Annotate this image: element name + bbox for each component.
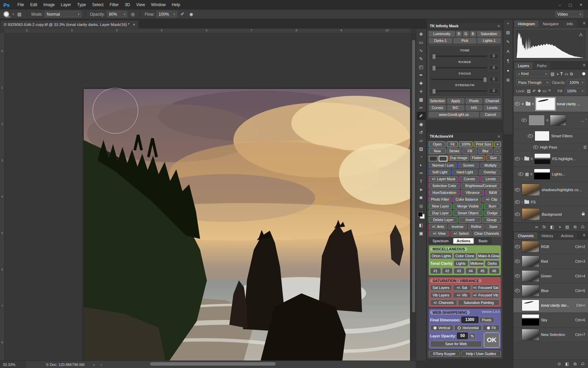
lock-artboard-icon[interactable]: ▭ bbox=[543, 89, 546, 93]
tk-tab-spectrum[interactable]: Spectrum bbox=[429, 238, 452, 244]
collapsed-panel-paragraph-icon[interactable]: ¶ bbox=[507, 59, 509, 63]
tk-pick-button[interactable]: Pick bbox=[453, 38, 477, 44]
menu-edit[interactable]: Edit bbox=[27, 2, 40, 7]
tk-view-button[interactable]: +/- View bbox=[429, 231, 450, 236]
layer-opacity-field[interactable]: 50 bbox=[457, 333, 468, 339]
tk-selection-button[interactable]: Selection bbox=[429, 98, 446, 104]
layer-name[interactable]: FS bbox=[531, 200, 536, 204]
tk-sat-button[interactable]: +/- Sat bbox=[453, 285, 471, 291]
filter-adjustment-icon[interactable]: ◑ bbox=[556, 72, 558, 76]
layer-mask-thumbnail[interactable] bbox=[534, 169, 550, 180]
filter-smart-object-icon[interactable]: ⧉ bbox=[570, 72, 573, 76]
focus-slider[interactable] bbox=[431, 79, 487, 80]
canvas-photo[interactable] bbox=[84, 89, 410, 361]
filter-image-icon[interactable]: ▨ bbox=[551, 72, 554, 76]
menu-select[interactable]: Select bbox=[89, 2, 107, 7]
layer-mask-thumbnail[interactable] bbox=[534, 153, 551, 164]
tk-saturation-button[interactable]: Saturation bbox=[477, 31, 501, 37]
lock-pixels-icon[interactable]: ✐ bbox=[533, 89, 536, 93]
lock-position-icon[interactable]: ✥ bbox=[538, 89, 541, 93]
collapsed-panel-swatches-icon[interactable]: ● bbox=[507, 68, 509, 73]
tk-smart-object-button[interactable]: Smart Object bbox=[453, 210, 483, 216]
tk-refine-button[interactable]: Refine bbox=[468, 224, 485, 230]
tk-make-it-glow-button[interactable]: Make-It-Glow bbox=[477, 253, 500, 259]
toggle-brush-panel-icon[interactable]: ▧ bbox=[16, 12, 23, 17]
tab-info[interactable]: Info bbox=[563, 20, 576, 27]
foreground-background-swatches[interactable] bbox=[418, 212, 425, 219]
channel-name[interactable]: Green bbox=[541, 274, 552, 278]
layer-filter-kind-dropdown[interactable]: ⌕ Kind▾ bbox=[516, 71, 549, 77]
tk-darks1-button[interactable]: Darks-1 bbox=[429, 38, 452, 44]
menu-3d[interactable]: 3D bbox=[122, 2, 133, 7]
blend-mode-dropdown[interactable]: Normal▾ bbox=[45, 11, 81, 17]
layer-row[interactable]: 8 ... ˆ bbox=[513, 112, 588, 129]
link-layers-icon[interactable]: ∞ bbox=[535, 225, 538, 229]
tk-tc-darks-button[interactable]: Darks bbox=[485, 260, 500, 266]
channel-row[interactable]: tonal clarity dar... Ctrl+\ bbox=[513, 298, 588, 313]
visibility-eye-icon[interactable] bbox=[533, 145, 538, 149]
tk-cancel-button[interactable]: Cancel bbox=[480, 112, 501, 118]
brush-preset-chevron-icon[interactable]: ▾ bbox=[12, 13, 14, 16]
collapsed-panel-character-icon[interactable]: A bbox=[507, 49, 509, 54]
tk-ants-button[interactable]: +/- Ants bbox=[429, 224, 447, 230]
minimize-button[interactable]: – bbox=[559, 3, 561, 7]
tk-adj-levels-button[interactable]: Levels bbox=[480, 176, 501, 182]
tk-color-swatch-light[interactable] bbox=[439, 156, 447, 162]
tk-luminosity-button[interactable]: Luminosity bbox=[429, 31, 455, 37]
tk-preset4-button[interactable]: #4 bbox=[466, 268, 476, 274]
menu-help[interactable]: Help bbox=[169, 2, 183, 7]
channel-name[interactable]: tonal clarity dar... bbox=[541, 303, 569, 307]
mask-link-icon[interactable]: 8 bbox=[532, 102, 534, 106]
tk-hue-saturation-button[interactable]: Hue/Saturation bbox=[429, 190, 460, 196]
tk-tab-basic[interactable]: Basic bbox=[475, 238, 491, 244]
tk-dup-image-button[interactable]: Dup Image bbox=[448, 155, 469, 161]
close-button[interactable]: ✕ bbox=[579, 3, 583, 7]
tk-channels-button[interactable]: +/- Channels bbox=[430, 300, 457, 306]
layer-row[interactable]: › 8 FG highlight... bbox=[513, 151, 588, 167]
tk-tab-actions[interactable]: Actions bbox=[453, 238, 474, 244]
layer-name[interactable]: shadows/highlights co... bbox=[542, 188, 582, 192]
tk-sat-layers-button[interactable]: Sat Layers bbox=[430, 285, 452, 291]
quick-selection-tool[interactable]: ✎ bbox=[417, 55, 426, 63]
tk-blue-button[interactable]: B bbox=[470, 31, 476, 37]
tk-group-button[interactable]: Group bbox=[482, 217, 501, 223]
layer-thumbnail[interactable] bbox=[522, 184, 540, 196]
visibility-eye-icon[interactable] bbox=[515, 213, 520, 216]
tk-vib-layers-button[interactable]: Vib Layers bbox=[430, 292, 452, 298]
tk-save-button[interactable]: Save bbox=[486, 224, 501, 230]
channel-name[interactable]: New Selection bbox=[541, 333, 565, 337]
visibility-eye-icon[interactable] bbox=[515, 274, 520, 278]
tk-delete-layer-button[interactable]: Delete Layer bbox=[429, 217, 458, 223]
opacity-dropdown[interactable]: 80%▾ bbox=[107, 11, 127, 17]
canvas-area[interactable]: 234 567 8910 012 345 678 bbox=[0, 29, 416, 361]
tab-close-icon[interactable]: × bbox=[133, 22, 135, 27]
eyedropper-tool[interactable]: ✒ bbox=[417, 71, 426, 79]
tk-stroke-button[interactable]: Stroke bbox=[447, 148, 461, 154]
tk-size-button[interactable]: Size bbox=[486, 155, 501, 161]
menu-layer[interactable]: Layer bbox=[58, 2, 74, 7]
flow-dropdown[interactable]: 100%▾ bbox=[157, 11, 177, 17]
panel-menu-icon[interactable]: ≡ bbox=[583, 21, 585, 26]
document-tab[interactable]: © 9329062-Edit-2 copy.tif @ 33.3% (tonal… bbox=[0, 20, 139, 29]
tk-preset5-button[interactable]: #5 bbox=[477, 268, 488, 274]
vertical-scrollbar[interactable] bbox=[411, 33, 415, 357]
layer-name[interactable]: High Pass bbox=[540, 145, 557, 149]
channel-name[interactable]: Blue bbox=[541, 289, 549, 293]
tk-clip-button[interactable]: +/- Clip bbox=[482, 197, 501, 202]
tk-normal-lum-button[interactable]: Normal / Lum bbox=[429, 163, 457, 168]
focus-value[interactable]: 0 bbox=[489, 77, 499, 82]
tk-100pct-button[interactable]: 100% bbox=[459, 141, 473, 147]
lock-transparent-icon[interactable]: ▨ bbox=[527, 89, 530, 93]
tk-invert-button[interactable]: Invert bbox=[459, 217, 481, 223]
mask-link-icon[interactable]: 8 bbox=[531, 157, 533, 160]
quick-mask-icon[interactable]: ◧ bbox=[417, 221, 426, 229]
status-arrow-right-icon[interactable]: › bbox=[93, 363, 95, 367]
tk-merge-visible-button[interactable]: Merge Visible bbox=[453, 203, 483, 209]
channel-row[interactable]: Green Ctrl+4 bbox=[513, 269, 588, 283]
visibility-eye-icon[interactable] bbox=[515, 200, 520, 204]
group-expand-icon[interactable]: ∨ bbox=[522, 102, 524, 106]
strength-slider[interactable] bbox=[431, 90, 487, 92]
tk-photo-filter-button[interactable]: Photo Filter bbox=[429, 197, 452, 202]
pressure-opacity-icon[interactable]: ◎ bbox=[129, 12, 136, 17]
tk-new-button[interactable]: New bbox=[429, 148, 446, 154]
